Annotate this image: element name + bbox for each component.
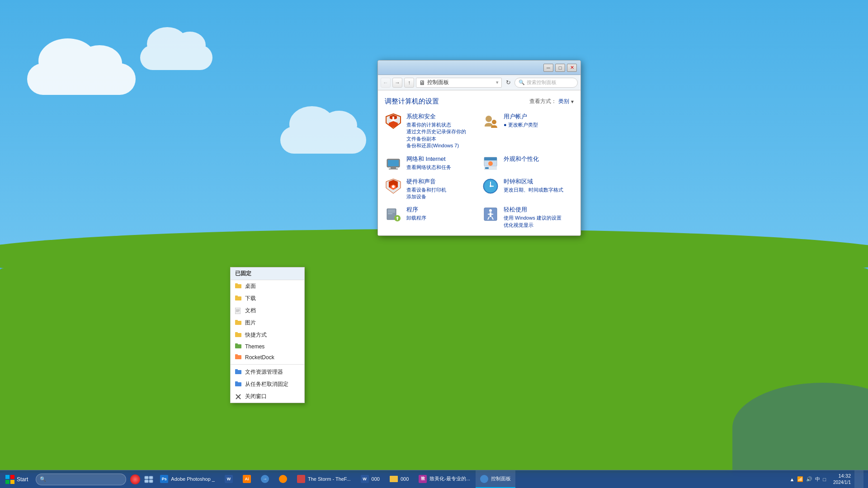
cp-network-title[interactable]: 网络和 Internet bbox=[406, 155, 451, 163]
view-by[interactable]: 查看方式： 类别 ▾ bbox=[529, 98, 574, 105]
cp-programs-title[interactable]: 程序 bbox=[406, 206, 426, 214]
search-box[interactable]: 🔍 搜索控制面板 bbox=[514, 78, 578, 88]
up-button[interactable]: ↑ bbox=[404, 78, 414, 88]
taskbar-item-photoshop[interactable]: Ps Adobe Photoshop _ bbox=[156, 470, 219, 488]
menu-label-downloads: 下载 bbox=[245, 295, 256, 302]
folder-menu-item-documents[interactable]: 文档 bbox=[231, 305, 304, 317]
cp-item-appearance[interactable]: 外观和个性化 bbox=[482, 155, 574, 172]
cp-user-accounts-title[interactable]: 用户帐户 bbox=[504, 113, 538, 121]
close-icon-menu bbox=[235, 394, 241, 400]
svg-rect-9 bbox=[388, 160, 399, 166]
svg-rect-43 bbox=[236, 310, 240, 310]
tray-up-arrow[interactable]: ▲ bbox=[790, 477, 795, 482]
folder-icon-pictures bbox=[235, 320, 241, 326]
back-button[interactable]: ← bbox=[381, 78, 391, 88]
svg-rect-50 bbox=[235, 344, 241, 348]
taskbar-item-nav[interactable]: → bbox=[256, 470, 274, 488]
cp-item-user-accounts[interactable]: 用户帐户 ● 更改帐户类型 bbox=[482, 113, 574, 150]
taskbar-item-orange[interactable] bbox=[274, 470, 292, 488]
cp-item-programs[interactable]: 程序 卸载程序 bbox=[385, 206, 476, 229]
ai-icon: Ai bbox=[243, 475, 251, 483]
svg-rect-53 bbox=[235, 354, 238, 356]
svg-rect-55 bbox=[235, 369, 238, 371]
cp-item-system-security[interactable]: 系统和安全 查看你的计算机状态 通过文件历史记录保存你的文件备份副本 备份和还原… bbox=[385, 113, 476, 150]
cp-link-computer-status[interactable]: 查看你的计算机状态 bbox=[406, 122, 466, 128]
folder-taskbar-icon bbox=[390, 476, 398, 482]
minimize-button[interactable]: ─ bbox=[543, 64, 553, 72]
address-text: 控制面板 bbox=[427, 79, 449, 86]
folder-icon-rocketdock bbox=[235, 354, 241, 361]
svg-rect-61 bbox=[10, 475, 14, 479]
cp-item-network-text: 网络和 Internet 查看网络状态和任务 bbox=[406, 155, 451, 171]
taskbar-item-controlpanel[interactable]: 控制面板 bbox=[476, 470, 515, 488]
cp-link-add-device[interactable]: 添加设备 bbox=[406, 193, 446, 200]
taskbar-item-word[interactable]: W bbox=[220, 470, 237, 488]
cp-item-appearance-text: 外观和个性化 bbox=[504, 155, 539, 164]
taskbar-item-ai[interactable]: Ai bbox=[238, 470, 255, 488]
taskbar-item-word2[interactable]: W 000 bbox=[356, 470, 384, 488]
show-desktop-button[interactable] bbox=[854, 470, 863, 488]
cp-header: 调整计算机的设置 查看方式： 类别 ▾ bbox=[385, 97, 574, 106]
folder-icon-unpin bbox=[235, 381, 241, 388]
cp-link-file-history[interactable]: 通过文件历史记录保存你的文件备份副本 bbox=[406, 128, 466, 142]
cp-system-security-title[interactable]: 系统和安全 bbox=[406, 113, 466, 121]
svg-rect-46 bbox=[235, 321, 241, 325]
cp-network-desc: 查看网络状态和任务 bbox=[406, 164, 451, 171]
cp-hardware-desc: 查看设备和打印机 添加设备 bbox=[406, 187, 446, 201]
cp-hardware-title[interactable]: 硬件和声音 bbox=[406, 178, 446, 186]
close-button[interactable]: ✕ bbox=[567, 64, 577, 72]
cp-link-datetime[interactable]: 更改日期、时间或数字格式 bbox=[504, 187, 563, 193]
system-clock[interactable]: 14:32 2024/1/1 bbox=[833, 473, 851, 486]
forward-button[interactable]: → bbox=[392, 78, 402, 88]
cp-programs-desc: 卸载程序 bbox=[406, 215, 426, 221]
folder-menu-item-file-explorer[interactable]: 文件资源管理器 bbox=[231, 366, 304, 378]
controlpanel-taskbar-icon bbox=[480, 475, 488, 483]
folder-menu-item-themes[interactable]: Themes bbox=[231, 341, 304, 352]
folder-menu-item-unpin[interactable]: 从任务栏取消固定 bbox=[231, 378, 304, 390]
cp-clock-title[interactable]: 时钟和区域 bbox=[504, 178, 563, 186]
refresh-button[interactable]: ↻ bbox=[504, 78, 513, 87]
cp-link-visual-display[interactable]: 优化视觉显示 bbox=[504, 222, 561, 229]
task-view-button[interactable] bbox=[144, 474, 154, 484]
maximize-button[interactable]: □ bbox=[555, 64, 565, 72]
address-path[interactable]: 🖥 控制面板 ▾ bbox=[416, 78, 502, 88]
svg-rect-52 bbox=[235, 355, 241, 359]
taskbar-item-zhimeihua[interactable]: 致 致美化-最专业的... bbox=[414, 470, 475, 488]
cp-item-hardware[interactable]: 硬件和声音 查看设备和打印机 添加设备 bbox=[385, 178, 476, 201]
cp-item-network[interactable]: 网络和 Internet 查看网络状态和任务 bbox=[385, 155, 476, 172]
folder-icon-themes bbox=[235, 343, 241, 350]
svg-rect-5 bbox=[391, 119, 396, 121]
cp-appearance-title[interactable]: 外观和个性化 bbox=[504, 155, 539, 163]
start-button[interactable]: Start bbox=[0, 470, 33, 488]
window-content: 调整计算机的设置 查看方式： 类别 ▾ bbox=[378, 90, 580, 235]
folder-menu-item-downloads[interactable]: 下载 bbox=[231, 292, 304, 305]
cp-link-windows-recommend[interactable]: 使用 Windows 建议的设置 bbox=[504, 215, 561, 221]
cloud-3 bbox=[280, 127, 366, 154]
taskbar-item-storm[interactable]: The Storm - TheF... bbox=[292, 470, 355, 488]
menu-label-rocketdock: RocketDock bbox=[245, 354, 274, 361]
svg-rect-13 bbox=[484, 157, 497, 160]
cp-link-backup[interactable]: 备份和还原(Windows 7) bbox=[406, 142, 466, 149]
cp-link-uninstall[interactable]: 卸载程序 bbox=[406, 215, 426, 221]
folder-menu-item-close[interactable]: 关闭窗口 bbox=[231, 390, 304, 403]
folder-menu-item-shortcuts[interactable]: 快捷方式 bbox=[231, 329, 304, 341]
taskbar-item-folder[interactable]: 000 bbox=[385, 470, 413, 488]
ease-access-icon bbox=[482, 206, 499, 223]
cp-link-devices-printers[interactable]: 查看设备和打印机 bbox=[406, 187, 446, 193]
svg-rect-44 bbox=[236, 310, 240, 311]
cp-link-change-account-type[interactable]: ● 更改帐户类型 bbox=[504, 122, 538, 128]
cortana-button[interactable] bbox=[130, 474, 140, 484]
menu-label-themes: Themes bbox=[245, 343, 264, 350]
folder-menu-item-pictures[interactable]: 图片 bbox=[231, 317, 304, 329]
taskbar-search[interactable]: 🔍 bbox=[36, 474, 126, 485]
menu-label-pictures: 图片 bbox=[245, 319, 256, 327]
cp-item-clock-text: 时钟和区域 更改日期、时间或数字格式 bbox=[504, 178, 563, 193]
cp-ease-title[interactable]: 轻松使用 bbox=[504, 206, 561, 214]
clock-time: 14:32 bbox=[833, 473, 851, 479]
cp-item-clock[interactable]: 时钟和区域 更改日期、时间或数字格式 bbox=[482, 178, 574, 201]
folder-menu-item-rocketdock[interactable]: RocketDock bbox=[231, 352, 304, 363]
svg-rect-39 bbox=[235, 283, 238, 285]
folder-menu-item-desktop[interactable]: 桌面 bbox=[231, 280, 304, 292]
cp-item-ease-access[interactable]: 轻松使用 使用 Windows 建议的设置 优化视觉显示 bbox=[482, 206, 574, 229]
cp-link-network-status[interactable]: 查看网络状态和任务 bbox=[406, 164, 451, 171]
